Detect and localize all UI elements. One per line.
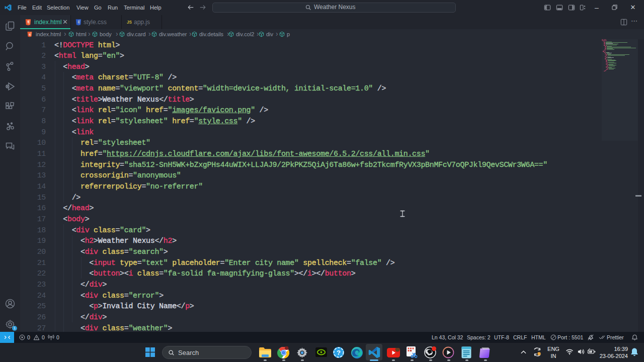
svg-text:?: ? [337,349,341,356]
svg-text:3: 3 [77,20,79,24]
svg-text:5: 5 [27,20,29,24]
svg-text:JS: JS [127,20,132,25]
